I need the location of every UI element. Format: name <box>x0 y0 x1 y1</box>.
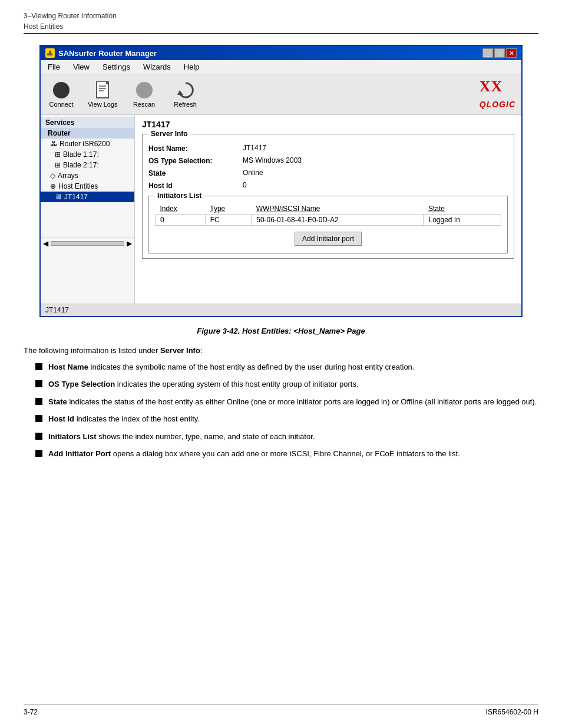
window-controls[interactable]: _ □ ✕ <box>482 48 517 58</box>
rescan-button[interactable]: Rescan <box>130 81 159 108</box>
page-footer: 3-72 ISR654602-00 H <box>24 704 538 716</box>
blade2-icon: ⊞ <box>55 161 61 169</box>
list-item-text-2: State indicates the status of the host e… <box>48 396 537 408</box>
sidebar-item-label-jt1417: JT1417 <box>64 193 88 201</box>
titlebar-left: 🖧 SANsurfer Router Manager <box>45 48 157 58</box>
server-info-title: Server Info <box>148 130 190 138</box>
panel-title: JT1417 <box>142 120 514 129</box>
main-content: Services Router 🖧 Router iSR6200 ⊞ Blade… <box>41 115 521 304</box>
sidebar-item-router[interactable]: 🖧 Router iSR6200 <box>41 139 134 149</box>
arrays-icon: ◇ <box>50 172 55 180</box>
menu-settings[interactable]: Settings <box>100 61 133 73</box>
statusbar: JT1417 <box>41 304 521 316</box>
menubar: File View Settings Wizards Help <box>41 60 521 74</box>
viewlogs-label: View Logs <box>88 101 118 108</box>
sidebar-item-label-router: Router iSR6200 <box>59 140 110 148</box>
refresh-icon <box>176 81 195 100</box>
svg-point-6 <box>136 82 153 98</box>
sidebar-item-jt1417[interactable]: 🖥 JT1417 <box>41 192 134 202</box>
app-icon: 🖧 <box>45 48 55 58</box>
sidebar-item-blade2[interactable]: ⊞ Blade 2:17: <box>41 160 134 170</box>
toolbar: Connect View Logs Rescan <box>41 74 521 115</box>
hostid-value: 0 <box>243 181 508 189</box>
connect-icon <box>52 81 71 100</box>
blade1-icon: ⊞ <box>55 150 61 159</box>
sidebar: Services Router 🖧 Router iSR6200 ⊞ Blade… <box>41 115 135 304</box>
col-index: Index <box>156 203 206 215</box>
sidebar-section-services: Services <box>41 117 134 128</box>
list-item-text-0: Host Name indicates the symbolic name of… <box>48 361 414 373</box>
list-item-text-3: Host Id indicates the index of the host … <box>48 413 200 425</box>
col-wwpn: WWPN/iSCSI Name <box>252 203 424 215</box>
bullet-icon <box>35 433 42 440</box>
sidebar-subsection-router: Router <box>41 128 134 139</box>
ostype-label: OS Type Selection: <box>148 156 243 165</box>
qlogic-logo: XX QLOGIC <box>480 78 515 111</box>
sidebar-item-arrays[interactable]: ◇ Arrays <box>41 170 134 181</box>
list-item: State indicates the status of the host e… <box>35 396 538 408</box>
menu-file[interactable]: File <box>45 61 62 73</box>
hostname-label: Host Name: <box>148 144 243 153</box>
sidebar-item-label-blade2: Blade 2:17: <box>63 161 99 169</box>
viewlogs-button[interactable]: View Logs <box>88 81 118 108</box>
sidebar-item-hostentities[interactable]: ⊕ Host Entities <box>41 181 134 192</box>
menu-wizards[interactable]: Wizards <box>141 61 173 73</box>
field-ostype: OS Type Selection: MS Windows 2003 <box>148 156 508 165</box>
close-button[interactable]: ✕ <box>506 48 517 58</box>
viewlogs-icon <box>93 81 112 100</box>
list-item: Add Initiator Port opens a dialog box wh… <box>35 448 538 460</box>
footer-right: ISR654602-00 H <box>486 708 538 716</box>
ostype-value: MS Windows 2003 <box>243 156 508 164</box>
maximize-button[interactable]: □ <box>494 48 505 58</box>
menu-help[interactable]: Help <box>181 61 202 73</box>
connect-label: Connect <box>49 101 74 108</box>
refresh-button[interactable]: Refresh <box>171 81 200 108</box>
field-hostid: Host Id 0 <box>148 181 508 190</box>
initiators-title: Initiators List <box>155 192 204 200</box>
list-item: Host Name indicates the symbolic name of… <box>35 361 538 373</box>
scroll-right-icon[interactable]: ▶ <box>127 239 132 248</box>
bullet-icon <box>35 363 42 370</box>
col-type: Type <box>205 203 252 215</box>
hostentities-icon: ⊕ <box>50 182 56 190</box>
row-wwpn: 50-06-01-68-41-E0-0D-A2 <box>252 215 424 226</box>
scroll-left-icon[interactable]: ◀ <box>43 239 48 248</box>
svg-marker-7 <box>177 90 183 95</box>
row-type: FC <box>205 215 252 226</box>
add-initiator-button[interactable]: Add Initiator port <box>295 232 362 246</box>
sidebar-item-blade1[interactable]: ⊞ Blade 1:17: <box>41 149 134 160</box>
right-panel: JT1417 Server Info Host Name: JT1417 OS … <box>135 115 521 304</box>
hostid-label: Host Id <box>148 181 243 190</box>
server-info-group: Server Info Host Name: JT1417 OS Type Se… <box>142 134 514 259</box>
list-item: Initiators List shows the index number, … <box>35 431 538 443</box>
menu-view[interactable]: View <box>71 61 92 73</box>
list-item-text-5: Add Initiator Port opens a dialog box wh… <box>48 448 460 460</box>
list-item: OS Type Selection indicates the operatin… <box>35 378 538 390</box>
row-state: Logged In <box>424 215 501 226</box>
col-state: State <box>424 203 501 215</box>
sidebar-scrollbar[interactable]: ◀ ▶ <box>41 238 134 249</box>
row-index: 0 <box>156 215 206 226</box>
bullet-icon <box>35 415 42 422</box>
bullet-icon <box>35 380 42 387</box>
bullet-list: Host Name indicates the symbolic name of… <box>24 361 538 460</box>
footer-left: 3-72 <box>24 708 38 716</box>
list-item: Host Id indicates the index of the host … <box>35 413 538 425</box>
page-divider <box>24 33 538 34</box>
host-icon: 🖥 <box>55 193 62 201</box>
window-titlebar: 🖧 SANsurfer Router Manager _ □ ✕ <box>41 46 521 60</box>
state-value: Online <box>243 169 508 177</box>
body-intro: The following information is listed unde… <box>24 345 538 357</box>
bullet-icon <box>35 398 42 405</box>
sidebar-item-label-arrays: Arrays <box>58 172 78 180</box>
rescan-icon <box>135 81 154 100</box>
svg-marker-5 <box>106 81 108 84</box>
breadcrumb-line2: Host Entities <box>24 22 538 31</box>
minimize-button[interactable]: _ <box>482 48 493 58</box>
field-state: State Online <box>148 169 508 177</box>
figure-caption: Figure 3-42. Host Entities: <Host_Name> … <box>24 327 538 335</box>
bullet-icon <box>35 450 42 457</box>
window-title: SANsurfer Router Manager <box>58 49 157 58</box>
table-row: 0 FC 50-06-01-68-41-E0-0D-A2 Logged In <box>156 215 501 226</box>
connect-button[interactable]: Connect <box>47 81 76 108</box>
